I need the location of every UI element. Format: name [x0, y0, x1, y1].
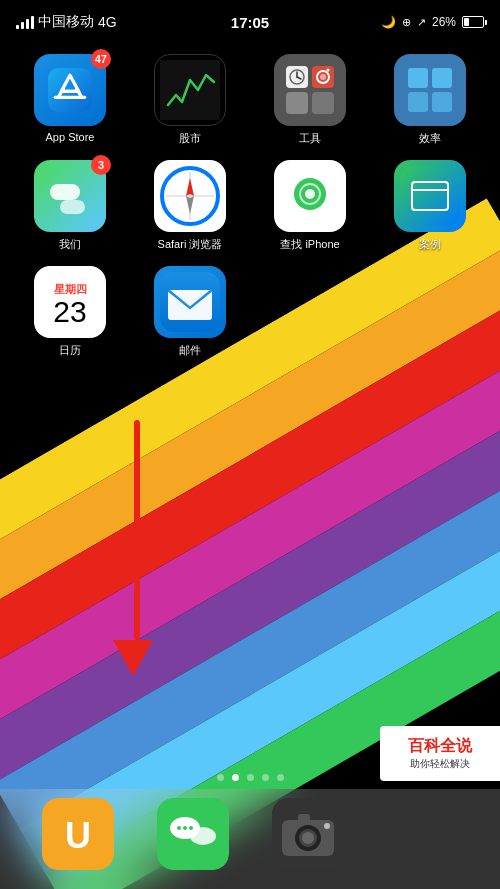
baike-subtitle: 助你轻松解决: [410, 757, 470, 771]
app-efficiency[interactable]: 效率: [380, 54, 480, 146]
dot-5: [277, 774, 284, 781]
uc-icon: U: [42, 798, 114, 870]
svg-rect-15: [286, 92, 308, 114]
wemen-label: 我们: [59, 237, 81, 252]
svg-rect-23: [50, 184, 80, 200]
dot-2: [232, 774, 239, 781]
arrow-shaft: [134, 420, 140, 640]
efficiency-label: 效率: [419, 131, 441, 146]
svg-point-14: [327, 69, 330, 72]
stocks-label: 股市: [179, 131, 201, 146]
svg-point-46: [183, 826, 187, 830]
dot-1: [217, 774, 224, 781]
svg-point-13: [320, 74, 326, 80]
svg-rect-24: [60, 200, 85, 214]
svg-point-54: [324, 823, 330, 829]
carrier-name: 中国移动: [38, 13, 94, 31]
app-mail[interactable]: 邮件: [140, 266, 240, 358]
dock-uc[interactable]: U: [42, 798, 114, 870]
findphone-label: 查找 iPhone: [280, 237, 339, 252]
app-stocks[interactable]: 股市: [140, 54, 240, 146]
arrow-head: [113, 640, 153, 676]
svg-point-52: [302, 832, 314, 844]
svg-rect-35: [400, 166, 460, 226]
app-findphone[interactable]: 查找 iPhone: [260, 160, 360, 252]
svg-point-45: [177, 826, 181, 830]
anli-icon: [394, 160, 466, 232]
dock-wechat[interactable]: [157, 798, 229, 870]
dock: U: [0, 789, 500, 889]
camera-icon: [272, 798, 344, 870]
safari-icon: [154, 160, 226, 232]
status-indicators: 🌙 ⊕ ↗ 26%: [381, 15, 484, 29]
signal-icon: [16, 15, 34, 29]
dock-camera[interactable]: [272, 798, 344, 870]
moon-icon: 🌙: [381, 15, 396, 29]
battery-icon: [462, 16, 484, 28]
app-grid: 47 App Store 股市: [0, 44, 500, 372]
svg-rect-53: [298, 814, 310, 822]
empty-icon-2: [394, 266, 466, 338]
calendar-day: 23: [53, 297, 86, 327]
appstore-label: App Store: [46, 131, 95, 143]
mail-label: 邮件: [179, 343, 201, 358]
wechat-icon: [157, 798, 229, 870]
clock: 17:05: [231, 14, 269, 31]
dot-4: [262, 774, 269, 781]
stocks-icon: [154, 54, 226, 126]
dot-3: [247, 774, 254, 781]
svg-rect-19: [432, 68, 452, 88]
tools-icon: [274, 54, 346, 126]
app-anli[interactable]: 案例: [380, 160, 480, 252]
app-calendar[interactable]: 星期四 23 日历: [20, 266, 120, 358]
svg-rect-16: [312, 92, 334, 114]
svg-point-47: [189, 826, 193, 830]
app-empty-2: [380, 266, 480, 358]
appstore-badge: 47: [91, 49, 111, 69]
network-type: 4G: [98, 14, 117, 30]
svg-rect-21: [432, 92, 452, 112]
arrow-icon: ↗: [417, 16, 426, 29]
app-safari[interactable]: Safari 浏览器: [140, 160, 240, 252]
findphone-icon: [274, 160, 346, 232]
arrow-indicator: [120, 420, 153, 676]
empty-icon-1: [274, 266, 346, 338]
location-icon: ⊕: [402, 16, 411, 29]
svg-point-34: [305, 189, 315, 199]
wemen-badge: 3: [91, 155, 111, 175]
app-appstore[interactable]: 47 App Store: [20, 54, 120, 146]
app-row-1: 47 App Store 股市: [10, 54, 490, 146]
app-tools[interactable]: 工具: [260, 54, 360, 146]
app-wemen[interactable]: 3 我们: [20, 160, 120, 252]
tools-label: 工具: [299, 131, 321, 146]
svg-point-44: [190, 827, 216, 845]
svg-rect-18: [408, 68, 428, 88]
svg-text:U: U: [65, 815, 91, 856]
calendar-label: 日历: [59, 343, 81, 358]
safari-label: Safari 浏览器: [158, 237, 223, 252]
app-row-2: 3 我们 Saf: [10, 160, 490, 252]
calendar-icon: 星期四 23: [34, 266, 106, 338]
mail-icon: [154, 266, 226, 338]
dock-placeholder: [387, 798, 459, 870]
svg-rect-5: [160, 60, 220, 120]
app-row-3: 星期四 23 日历: [10, 266, 490, 358]
baike-badge[interactable]: 百科全说 助你轻松解决: [380, 726, 500, 781]
baike-title: 百科全说: [408, 736, 472, 757]
carrier-info: 中国移动 4G: [16, 13, 117, 31]
anli-label: 案例: [419, 237, 441, 252]
status-bar: 中国移动 4G 17:05 🌙 ⊕ ↗ 26%: [0, 0, 500, 44]
svg-rect-20: [408, 92, 428, 112]
efficiency-icon: [394, 54, 466, 126]
battery-percent: 26%: [432, 15, 456, 29]
app-empty-1: [260, 266, 360, 358]
